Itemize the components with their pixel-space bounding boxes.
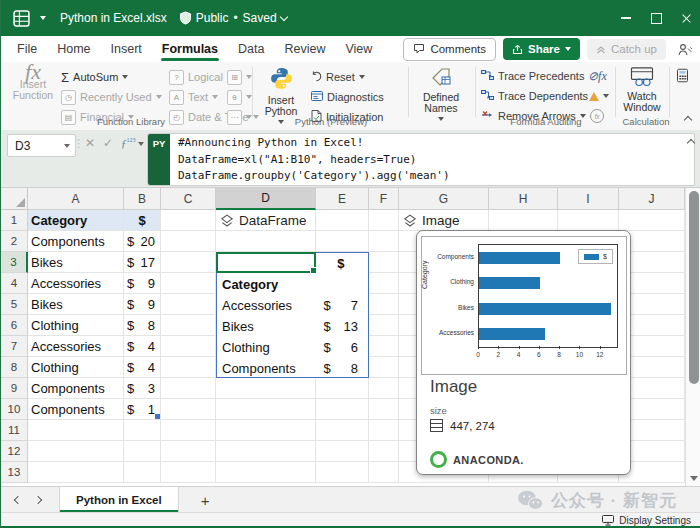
menu-tab-home[interactable]: Home <box>47 36 100 62</box>
text-icon: A <box>169 90 184 105</box>
image-size-label: size <box>430 405 447 416</box>
dataframe-row: Components$8 <box>217 358 368 379</box>
lookup-reference-button[interactable]: ⊞ <box>227 68 252 86</box>
chart-bar-bikes <box>479 303 611 315</box>
previous-sheet-icon[interactable] <box>14 496 22 504</box>
python-cell-badge: PY <box>148 134 170 185</box>
name-box[interactable]: D3 <box>7 134 76 157</box>
chart-ylabel: Category <box>421 261 428 289</box>
image-card-label[interactable]: Image <box>403 210 460 231</box>
menu-tab-formulas[interactable]: Formulas <box>152 36 228 62</box>
fx-icon: fx <box>25 66 41 77</box>
menubar-right: Comments Share Catch up <box>403 38 693 61</box>
ribbon-tab-bar: FileHomeInsertFormulasDataReviewView Com… <box>1 36 700 63</box>
catch-up-icon <box>596 44 606 54</box>
window-title: Python in Excel.xlsx <box>60 11 167 25</box>
confirm-entry-icon[interactable]: ✓ <box>103 136 113 150</box>
fill-handle[interactable] <box>310 267 317 274</box>
dataframe-row: Clothing$6 <box>217 337 368 358</box>
chart-ytick-bikes: Bikes <box>424 304 474 311</box>
logical-button[interactable]: ? Logical <box>169 68 233 86</box>
chart-legend: $ <box>578 249 613 264</box>
chart-xtick-mark <box>539 346 540 349</box>
chart-xtick-mark <box>519 346 520 349</box>
anaconda-logo-icon <box>430 451 447 468</box>
reset-button[interactable]: Reset <box>311 68 365 86</box>
math-icon: θ <box>227 90 242 105</box>
python-output-toggle-icon[interactable]: ƒ123 <box>121 137 144 149</box>
group-divider <box>252 67 253 117</box>
display-settings-button[interactable]: Display Settings <box>602 515 691 526</box>
recently-used-button[interactable]: ◷ Recently Used <box>61 88 162 106</box>
add-sheet-button[interactable]: + <box>201 492 210 509</box>
function-library-group-label: Function Library <box>41 116 221 127</box>
group-divider <box>475 67 476 117</box>
chart-figure: $ComponentsClothingBikesAccessories02468… <box>421 236 627 375</box>
catch-up-button[interactable]: Catch up <box>587 39 666 60</box>
python-preview-group-label: Python (Preview) <box>271 116 391 127</box>
autosum-button[interactable]: Σ AutoSum <box>61 68 128 86</box>
maximize-button[interactable] <box>641 0 671 36</box>
error-checking-button[interactable] <box>589 87 609 105</box>
chart-ytick-components: Components <box>424 253 474 260</box>
image-preview-card[interactable]: $ComponentsClothingBikesAccessories02468… <box>416 230 631 475</box>
formula-input[interactable]: PY #Announcing Python in Excel!DataFrame… <box>147 133 695 186</box>
insert-function-button[interactable]: fx Insert Function <box>7 66 59 101</box>
sheet-tab-active[interactable]: Python in Excel <box>59 487 179 513</box>
people-icon[interactable] <box>677 43 693 56</box>
trace-dependents-icon <box>481 90 494 102</box>
more-functions-icon: ⋯ <box>227 110 242 125</box>
dataframe-card-label[interactable]: DataFrame <box>220 210 307 231</box>
group-divider <box>669 67 670 117</box>
share-button[interactable]: Share <box>503 38 580 60</box>
menu-tab-insert[interactable]: Insert <box>101 36 152 62</box>
python-logo-icon <box>269 66 294 93</box>
chart-xtick-label: 2 <box>496 351 500 358</box>
reset-icon <box>311 71 322 84</box>
chart-xtick-label: 6 <box>537 351 541 358</box>
formula-code[interactable]: #Announcing Python in Excel!DataFrame=xl… <box>178 135 690 185</box>
chart-xtick-label: 4 <box>517 351 521 358</box>
selected-cell-D3[interactable] <box>216 252 316 273</box>
card-type-icon <box>220 214 234 228</box>
chart-bar-accessories <box>479 328 545 340</box>
minimize-button[interactable] <box>611 0 641 36</box>
chart-xtick-mark <box>498 346 499 349</box>
vertical-scrollbar[interactable] <box>685 188 700 487</box>
group-divider <box>408 67 409 117</box>
trace-dependents-button[interactable]: Trace Dependents <box>481 87 588 105</box>
privacy-label[interactable]: Public <box>196 11 229 25</box>
calculator-icon <box>675 67 690 86</box>
title-separator: • <box>233 11 237 25</box>
vertical-scrollbar-thumb[interactable] <box>689 191 699 384</box>
watch-window-button[interactable]: Watch Window <box>617 66 667 113</box>
chart-xtick-mark <box>559 346 560 349</box>
calculation-options-button[interactable] <box>675 67 690 85</box>
menu-tab-view[interactable]: View <box>335 36 382 62</box>
saved-status[interactable]: Saved <box>243 11 287 25</box>
formula-bar-separator: ⋮ <box>73 137 84 150</box>
math-trig-button[interactable]: θ <box>227 88 252 106</box>
excel-window: Python in Excel.xlsx Public • Saved File… <box>0 0 700 528</box>
next-sheet-icon[interactable] <box>34 496 42 504</box>
menu-tab-review[interactable]: Review <box>274 36 335 62</box>
diagnostics-button[interactable]: Diagnostics <box>311 88 384 106</box>
chart-xtick-mark <box>478 346 479 349</box>
image-size-row: 447, 274 <box>430 419 495 432</box>
chart-xtick-label: 12 <box>596 351 603 358</box>
display-settings-icon <box>602 515 614 526</box>
more-functions-button[interactable]: ⋯ <box>227 108 252 126</box>
menu-tab-data[interactable]: Data <box>228 36 274 62</box>
defined-names-button[interactable]: Defined Names <box>413 66 469 121</box>
close-button[interactable] <box>671 0 700 36</box>
image-size-value: 447, 274 <box>450 420 495 432</box>
show-formulas-button[interactable]: ⊘fx <box>588 67 607 85</box>
text-button[interactable]: A Text <box>169 88 218 106</box>
dataframe-row: Bikes$13 <box>217 316 368 337</box>
dataframe-row: Category <box>217 274 368 295</box>
comments-button[interactable]: Comments <box>403 38 496 61</box>
trace-precedents-button[interactable]: Trace Precedents <box>481 67 584 85</box>
scroll-down-arrow[interactable] <box>690 476 698 481</box>
quick-access-caret-icon[interactable] <box>40 16 46 20</box>
cancel-entry-icon[interactable]: ✕ <box>85 136 95 150</box>
